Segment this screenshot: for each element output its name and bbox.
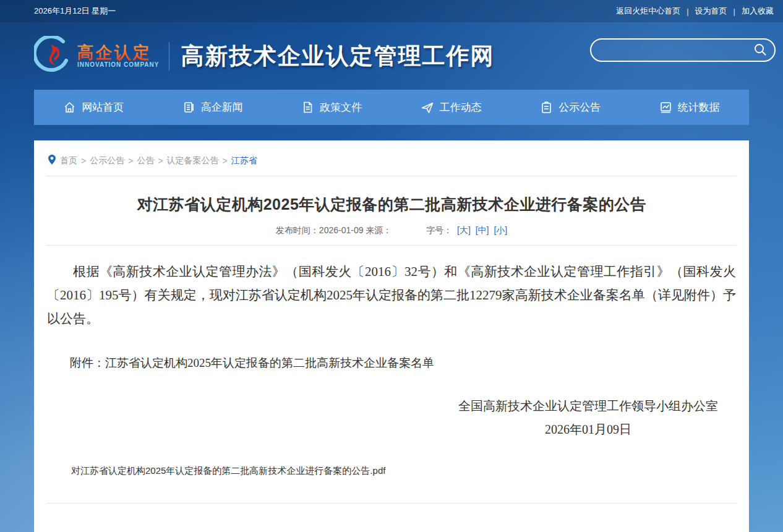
- publish-time-label: 发布时间：: [276, 225, 319, 235]
- logo-text: 高企认定 INNOVATION COMPANY: [77, 44, 159, 68]
- site-logo[interactable]: 高企认定 INNOVATION COMPANY: [34, 36, 159, 77]
- signature-wrap: 全国高新技术企业认定管理工作领导小组办公室 2026年01月09日: [46, 395, 737, 442]
- clipboard-icon: [540, 101, 553, 114]
- breadcrumb-current-jiangsu[interactable]: 江苏省: [231, 155, 257, 166]
- signature-date: 2026年01月09日: [458, 417, 718, 442]
- signature-office: 全国高新技术企业认定管理工作领导小组办公室: [458, 395, 718, 417]
- breadcrumb-notice[interactable]: 公告: [137, 155, 154, 166]
- nav-label: 工作动态: [440, 100, 482, 114]
- nav-item-home[interactable]: 网站首页: [63, 100, 124, 114]
- nav-label: 高企新闻: [201, 100, 243, 114]
- logo-title: 高企认定: [77, 44, 159, 61]
- nav-label: 统计数据: [678, 100, 720, 114]
- publish-time-value: 2026-01-09: [319, 225, 364, 235]
- content-panel: 首页 > 公示公告 > 公告 > 认定备案公告 > 江苏省 对江苏省认定机构20…: [34, 140, 749, 532]
- attachment-line: 附件：江苏省认定机构2025年认定报备的第二批高新技术企业备案名单: [46, 355, 737, 371]
- home-icon: [63, 101, 76, 114]
- article-paragraph: 根据《高新技术企业认定管理办法》（国科发火〔2016〕32号）和《高新技术企业认…: [47, 260, 736, 330]
- nav-label: 公示公告: [558, 100, 601, 114]
- search-box: [590, 38, 776, 62]
- nav-item-news[interactable]: 高企新闻: [182, 100, 243, 114]
- current-date: 2026年1月12日 星期一: [34, 6, 116, 17]
- breadcrumb-separator: >: [81, 156, 86, 166]
- breadcrumb-divider: [46, 176, 737, 176]
- main-nav: 网站首页 高企新闻 政策文件 工作动态: [34, 90, 749, 125]
- logo-swirl-icon: [34, 36, 72, 77]
- topbar: 2026年1月12日 星期一 返回火炬中心首页 | 设为首页 | 加入收藏: [0, 0, 783, 22]
- fontsize-small-button[interactable]: [小]: [494, 225, 507, 235]
- nav-item-statistics[interactable]: 统计数据: [659, 100, 720, 114]
- signature-block: 全国高新技术企业认定管理工作领导小组办公室 2026年01月09日: [458, 395, 718, 442]
- search-icon: [753, 43, 767, 58]
- separator: |: [734, 7, 735, 16]
- logo-subtitle: INNOVATION COMPANY: [77, 61, 159, 68]
- nav-label: 政策文件: [320, 100, 362, 114]
- nav-label: 网站首页: [82, 100, 124, 114]
- site-title: 高新技术企业认定管理工作网: [181, 41, 494, 72]
- breadcrumb-separator: >: [223, 156, 228, 166]
- breadcrumb-announcements[interactable]: 公示公告: [90, 155, 124, 166]
- article-body: 根据《高新技术企业认定管理办法》（国科发火〔2016〕32号）和《高新技术企业认…: [46, 260, 737, 330]
- link-set-homepage[interactable]: 设为首页: [695, 6, 727, 17]
- fontsize-medium-button[interactable]: [中]: [476, 225, 489, 235]
- news-icon: [182, 101, 195, 114]
- fontsize-large-button[interactable]: [大]: [457, 225, 471, 235]
- site-header: 高企认定 INNOVATION COMPANY 高新技术企业认定管理工作网: [0, 22, 783, 90]
- nav-item-work-trends[interactable]: 工作动态: [421, 100, 482, 114]
- bottom-divider: [46, 503, 737, 504]
- paper-plane-icon: [421, 101, 434, 114]
- chart-icon: [659, 101, 672, 114]
- document-icon: [301, 101, 314, 114]
- link-add-favorite[interactable]: 加入收藏: [742, 6, 774, 17]
- article-meta: 发布时间：2026-01-09 来源： 字号： [大] [中] [小]: [46, 225, 737, 236]
- attachment-pdf-link[interactable]: 对江苏省认定机构2025年认定报备的第二批高新技术企业进行备案的公告.pdf: [71, 465, 385, 477]
- source-label: 来源：: [366, 225, 392, 235]
- nav-item-policy[interactable]: 政策文件: [301, 100, 362, 114]
- breadcrumb-separator: >: [158, 156, 163, 166]
- separator: |: [687, 7, 688, 16]
- link-torch-center-home[interactable]: 返回火炬中心首页: [616, 6, 680, 17]
- meta-divider: [46, 245, 737, 246]
- topbar-links: 返回火炬中心首页 | 设为首页 | 加入收藏: [616, 6, 774, 17]
- breadcrumb-filing-notice[interactable]: 认定备案公告: [167, 155, 219, 166]
- header-divider: [169, 42, 169, 71]
- nav-item-announcements[interactable]: 公示公告: [540, 100, 601, 114]
- breadcrumb-separator: >: [128, 156, 133, 166]
- location-pin-icon: [48, 154, 56, 167]
- breadcrumb: 首页 > 公示公告 > 公告 > 认定备案公告 > 江苏省: [46, 140, 737, 176]
- breadcrumb-home[interactable]: 首页: [60, 155, 77, 166]
- search-input[interactable]: [591, 40, 753, 61]
- search-button[interactable]: [753, 43, 774, 58]
- article-title: 对江苏省认定机构2025年认定报备的第二批高新技术企业进行备案的公告: [46, 194, 737, 215]
- fontsize-label: 字号：: [426, 225, 452, 235]
